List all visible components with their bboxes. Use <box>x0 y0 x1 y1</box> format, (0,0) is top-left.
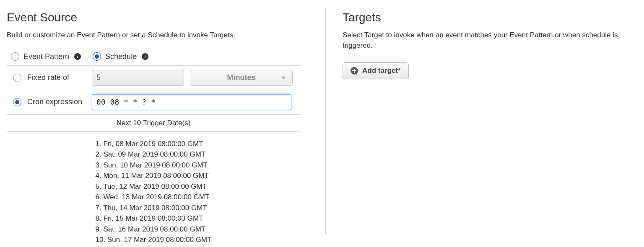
event-source-panel: Event Source Build or customize an Event… <box>7 8 325 247</box>
add-target-button[interactable]: Add target* <box>343 62 409 79</box>
schedule-radio[interactable]: Schedule i <box>93 52 148 61</box>
targets-description: Select Target to invoke when an event ma… <box>343 30 637 51</box>
event-source-title: Event Source <box>7 11 317 24</box>
trigger-date-item: Tue, 12 Mar 2019 08:00:00 GMT <box>96 181 212 192</box>
source-type-radiogroup: Event Pattern i Schedule i <box>7 52 317 65</box>
cron-label: Cron expression <box>27 98 86 106</box>
cron-row: Cron expression <box>7 90 300 114</box>
targets-panel: Targets Select Target to invoke when an … <box>334 8 637 247</box>
cron-expression-input[interactable] <box>92 94 291 110</box>
trigger-date-item: Thu, 14 Mar 2019 08:00:00 GMT <box>96 203 212 214</box>
chevron-down-icon <box>281 77 286 79</box>
fixed-rate-row: Fixed rate of Minutes <box>7 66 300 90</box>
info-icon[interactable]: i <box>74 53 81 60</box>
trigger-date-item: Sun, 17 Mar 2019 08:00:00 GMT <box>96 234 212 245</box>
trigger-dates-list: Fri, 08 Mar 2019 08:00:00 GMTSat, 09 Mar… <box>7 131 300 247</box>
column-divider <box>325 8 326 234</box>
fixed-rate-unit-label: Minutes <box>227 73 255 82</box>
add-target-label: Add target* <box>362 67 401 75</box>
cron-radio[interactable] <box>13 98 21 106</box>
fixed-rate-value-input[interactable] <box>92 70 184 86</box>
radio-icon <box>11 52 19 61</box>
trigger-date-item: Mon, 11 Mar 2019 08:00:00 GMT <box>96 170 212 181</box>
trigger-date-item: Fri, 08 Mar 2019 08:00:00 GMT <box>96 139 212 149</box>
plus-circle-icon <box>351 67 358 75</box>
fixed-rate-label: Fixed rate of <box>27 73 86 82</box>
event-source-description: Build or customize an Event Pattern or s… <box>7 30 317 41</box>
trigger-date-item: Sun, 10 Mar 2019 08:00:00 GMT <box>96 160 212 171</box>
trigger-date-item: Sat, 16 Mar 2019 08:00:00 GMT <box>96 224 212 235</box>
trigger-date-item: Sat, 09 Mar 2019 08:00:00 GMT <box>96 149 212 160</box>
trigger-dates-header: Next 10 Trigger Date(s) <box>7 114 300 131</box>
schedule-settings-box: Fixed rate of Minutes Cron expression Ne… <box>7 65 300 247</box>
targets-title: Targets <box>343 11 637 24</box>
trigger-date-item: Wed, 13 Mar 2019 08:00:00 GMT <box>96 192 212 203</box>
event-pattern-label: Event Pattern <box>23 52 69 61</box>
fixed-rate-unit-select[interactable]: Minutes <box>190 70 293 86</box>
event-pattern-radio[interactable]: Event Pattern i <box>11 52 81 61</box>
trigger-date-item: Fri, 15 Mar 2019 08:00:00 GMT <box>96 213 212 224</box>
info-icon[interactable]: i <box>142 53 148 60</box>
fixed-rate-radio[interactable] <box>13 74 21 82</box>
radio-icon <box>93 52 101 61</box>
schedule-label: Schedule <box>105 52 137 61</box>
